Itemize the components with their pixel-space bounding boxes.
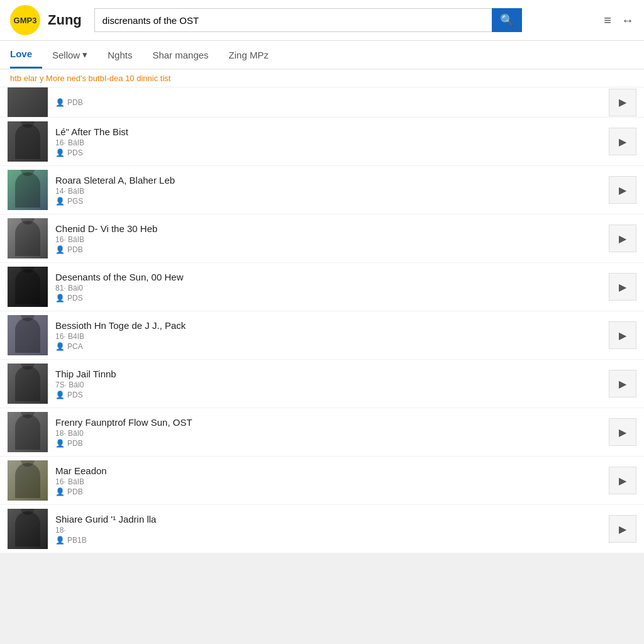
expand-button[interactable]: ↔ <box>621 13 634 28</box>
list-item: Chenid D- Vi the 30 Heb 16· BáIB 👤 PDB ▶ <box>0 214 644 263</box>
song-info: Roara Sleteral A, Blaher Leb 14· BáIB 👤 … <box>55 175 601 206</box>
list-item: Roara Sleteral A, Blaher Leb 14· BáIB 👤 … <box>0 166 644 214</box>
song-source: 👤 PGS <box>55 197 601 206</box>
song-list: 👤 PDB ▶ Lé" After The Bist 16· BáIB 👤 PD… <box>0 87 644 553</box>
header-icons: ≡ ↔ <box>604 13 634 28</box>
song-info: Shiare Gurid '¹ Jadrin lla 18· 👤 PB1B <box>55 514 601 545</box>
play-button[interactable]: ▶ <box>609 321 636 349</box>
logo-text: GMP3 <box>14 16 37 25</box>
nav-label-sellow: Sellow <box>52 50 80 60</box>
song-info: Frenry Faunptrof Flow Sun, OST 18· BáI0 … <box>55 417 601 448</box>
song-source: 👤 PCA <box>55 342 601 351</box>
person-icon: 👤 <box>55 439 65 448</box>
song-thumbnail <box>8 121 48 162</box>
song-source: 👤 PDB <box>55 439 601 448</box>
song-info: Bessioth Hn Toge de J J., Pack 16· B4IB … <box>55 320 601 351</box>
song-meta: 7S· Bái0 <box>55 380 601 389</box>
nav-label-shar-manges: Shar manges <box>152 50 208 60</box>
song-title: Desenants of the Sun, 00 Hew <box>55 272 601 282</box>
nav-label-love: Love <box>10 48 32 59</box>
song-title: Thip Jail Tinnb <box>55 369 601 379</box>
search-input[interactable] <box>94 8 492 32</box>
song-info: Lé" After The Bist 16· BáIB 👤 PDS <box>55 126 601 157</box>
song-info: Desenants of the Sun, 00 Hew 81· Bái0 👤 … <box>55 272 601 303</box>
song-thumbnail <box>8 87 48 118</box>
nav-item-zing-mpz[interactable]: Zing MPz <box>219 42 279 68</box>
list-item: Desenants of the Sun, 00 Hew 81· Bái0 👤 … <box>0 263 644 311</box>
song-meta: 18· <box>55 526 601 535</box>
song-info: Chenid D- Vi the 30 Heb 16· BáIB 👤 PDB <box>55 223 601 254</box>
play-button[interactable]: ▶ <box>609 176 636 204</box>
song-title: Mar Eeadon <box>55 465 601 476</box>
chevron-down-icon: ▾ <box>82 49 87 60</box>
song-source: 👤 PB1B <box>55 536 601 545</box>
nav-item-shar-manges[interactable]: Shar manges <box>142 42 218 68</box>
brand-name: Zung <box>48 12 82 28</box>
play-button[interactable]: ▶ <box>609 467 636 494</box>
song-meta: 14· BáIB <box>55 187 601 196</box>
list-item: Mar Eeadon 16· BáIB 👤 PDB ▶ <box>0 457 644 505</box>
song-title: Frenry Faunptrof Flow Sun, OST <box>55 417 601 428</box>
nav-label-nghts: Nghts <box>108 50 132 60</box>
song-title: Shiare Gurid '¹ Jadrin lla <box>55 514 601 525</box>
header: GMP3 Zung 🔍 ≡ ↔ <box>0 0 644 41</box>
list-item: Frenry Faunptrof Flow Sun, OST 18· BáI0 … <box>0 408 644 457</box>
person-icon: 👤 <box>55 487 65 496</box>
person-icon: 👤 <box>55 148 65 157</box>
song-thumbnail <box>8 364 48 404</box>
promo-banner: htb elar y More ned's butbI-dea 10 dinni… <box>0 70 644 87</box>
person-icon: 👤 <box>55 342 65 351</box>
logo: GMP3 <box>10 5 40 35</box>
play-button[interactable]: ▶ <box>609 128 636 155</box>
song-thumbnail <box>8 315 48 355</box>
song-source: 👤 PDS <box>55 294 601 303</box>
person-icon: 👤 <box>55 98 65 107</box>
person-icon: 👤 <box>55 245 65 254</box>
song-meta: 16· BáIB <box>55 235 601 244</box>
nav-item-sellow[interactable]: Sellow ▾ <box>42 42 97 68</box>
play-button[interactable]: ▶ <box>609 225 636 252</box>
song-title: Chenid D- Vi the 30 Heb <box>55 223 601 234</box>
song-source: 👤 PDS <box>55 148 601 157</box>
song-source: 👤 PDB <box>55 98 601 107</box>
person-icon: 👤 <box>55 536 65 545</box>
search-bar: 🔍 <box>94 8 522 32</box>
song-thumbnail <box>8 460 48 501</box>
nav-item-love[interactable]: Love <box>10 41 42 69</box>
search-button[interactable]: 🔍 <box>492 8 522 32</box>
play-button[interactable]: ▶ <box>609 89 636 116</box>
list-item: Lé" After The Bist 16· BáIB 👤 PDS ▶ <box>0 118 644 166</box>
song-source: 👤 PDS <box>55 391 601 399</box>
list-item: Shiare Gurid '¹ Jadrin lla 18· 👤 PB1B ▶ <box>0 505 644 553</box>
person-icon: 👤 <box>55 294 65 303</box>
song-thumbnail <box>8 412 48 452</box>
song-meta: 16· B4IB <box>55 332 601 341</box>
song-title: Roara Sleteral A, Blaher Leb <box>55 175 601 186</box>
song-meta: 18· BáI0 <box>55 429 601 438</box>
person-icon: 👤 <box>55 197 65 206</box>
play-button[interactable]: ▶ <box>609 515 636 543</box>
play-button[interactable]: ▶ <box>609 418 636 446</box>
play-button[interactable]: ▶ <box>609 370 636 397</box>
song-meta: 16· BáIB <box>55 138 601 147</box>
song-thumbnail <box>8 218 48 258</box>
person-icon: 👤 <box>55 391 65 399</box>
menu-icon: ≡ <box>604 13 611 27</box>
nav: Love Sellow ▾ Nghts Shar manges Zing MPz <box>0 41 644 70</box>
expand-icon: ↔ <box>621 13 634 27</box>
play-button[interactable]: ▶ <box>609 273 636 301</box>
song-info: Mar Eeadon 16· BáIB 👤 PDB <box>55 465 601 496</box>
nav-item-nghts[interactable]: Nghts <box>97 42 142 68</box>
song-info: 👤 PDB <box>55 98 601 107</box>
menu-button[interactable]: ≡ <box>604 13 611 28</box>
song-thumbnail <box>8 509 48 549</box>
song-meta: 81· Bái0 <box>55 284 601 292</box>
song-thumbnail <box>8 170 48 210</box>
song-meta: 16· BáIB <box>55 477 601 486</box>
promo-text: htb elar y More ned's butbI-dea 10 dinni… <box>10 74 170 83</box>
list-item: Thip Jail Tinnb 7S· Bái0 👤 PDS ▶ <box>0 360 644 408</box>
song-title: Bessioth Hn Toge de J J., Pack <box>55 320 601 331</box>
song-thumbnail <box>8 267 48 307</box>
list-item: Bessioth Hn Toge de J J., Pack 16· B4IB … <box>0 311 644 360</box>
song-source: 👤 PDB <box>55 487 601 496</box>
